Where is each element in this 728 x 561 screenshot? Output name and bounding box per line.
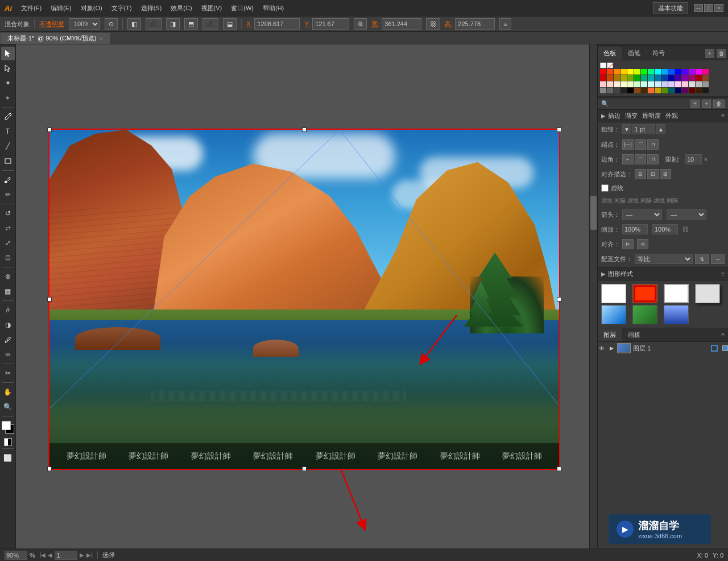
opacity-select[interactable]: 100% (69, 18, 100, 30)
scroll-thumb[interactable] (590, 196, 597, 230)
dash-checkbox[interactable] (601, 184, 609, 192)
menu-view[interactable]: 视图(V) (198, 3, 226, 14)
align-left-btn[interactable]: ◧ (127, 18, 141, 30)
swatch-violet[interactable] (689, 69, 695, 75)
corner-round-btn[interactable]: ⌒ (635, 154, 646, 164)
swatch-lt-amber[interactable] (614, 81, 620, 87)
graph-btn[interactable]: ▦ (1, 284, 15, 298)
swatch-lime[interactable] (634, 69, 640, 75)
layer-target-btn[interactable] (711, 345, 718, 352)
symbol-btn[interactable]: ⊕ (1, 270, 15, 283)
menu-file[interactable]: 文件(F) (18, 3, 45, 14)
shape-style-6[interactable] (632, 305, 657, 324)
swatch-forest[interactable] (661, 88, 668, 93)
handle-mr[interactable] (557, 297, 561, 302)
page-prev-btn[interactable]: ◀ (48, 552, 52, 558)
close-btn[interactable]: × (714, 4, 723, 12)
swatch-dark-blue[interactable] (661, 75, 668, 81)
swatch-spring[interactable] (648, 69, 654, 75)
eyedropper-btn[interactable] (1, 333, 15, 346)
swatch-umber[interactable] (696, 88, 702, 93)
swatch-lt-violet[interactable] (668, 81, 675, 87)
direct-selection-btn[interactable] (1, 61, 15, 75)
swatch-teal-green[interactable] (641, 75, 647, 81)
foreground-color[interactable] (2, 421, 11, 430)
handle-bc[interactable] (302, 467, 307, 471)
align-top-btn[interactable]: ⬒ (184, 18, 198, 30)
swatch-cyan[interactable] (655, 69, 661, 75)
align-center-v-btn[interactable]: ⬛ (202, 18, 218, 30)
layer-eye-1[interactable]: 👁 (598, 344, 606, 352)
zoom-input[interactable] (5, 551, 27, 560)
swatch-amber[interactable] (621, 69, 627, 75)
type-btn[interactable]: T (1, 125, 15, 138)
swatch-lt-pink[interactable] (682, 81, 688, 87)
swatch-orange-red[interactable] (607, 69, 613, 75)
swatch-lt-blue[interactable] (661, 81, 668, 87)
units-btn[interactable]: 毫 (354, 18, 367, 30)
panel-options-btn[interactable]: ≡ (690, 100, 700, 108)
shape-style-4[interactable] (695, 284, 720, 303)
align-outside-stroke-btn[interactable]: ⊞ (660, 169, 671, 179)
swatch-brown-orange[interactable] (607, 75, 613, 81)
corner-bevel-btn[interactable]: ⊓ (647, 154, 659, 164)
opacity-btn[interactable]: ⊙ (105, 18, 118, 30)
arrow-start-select[interactable]: — (622, 209, 662, 220)
pencil-btn[interactable]: ✏ (1, 188, 15, 201)
panel-trash-btn[interactable]: 🗑 (713, 100, 725, 108)
swatch-pure-blue[interactable] (675, 69, 681, 75)
swatch-yellow[interactable] (627, 69, 634, 75)
swatch-off-black[interactable] (702, 88, 709, 93)
scroll-v[interactable] (589, 44, 597, 548)
page-first-btn[interactable]: |◀ (40, 552, 46, 558)
stroke-panel-tab1[interactable]: 描边 (608, 112, 621, 120)
swatch-magenta[interactable] (696, 69, 702, 75)
profile-btn-2[interactable]: ↔ (711, 254, 725, 264)
align-start-btn[interactable]: ⊳ (622, 239, 634, 249)
swatch-azure[interactable] (661, 69, 668, 75)
more-options-btn[interactable]: ≡ (499, 18, 511, 30)
minimize-btn[interactable]: — (694, 4, 703, 12)
shape-style-5[interactable] (601, 305, 626, 324)
align-right-btn[interactable]: ◨ (166, 18, 180, 30)
w-input[interactable] (382, 18, 421, 30)
profile-btn-1[interactable]: ⇅ (695, 254, 709, 264)
swatch-rose[interactable] (702, 69, 709, 75)
swatch-lt-azure[interactable] (655, 81, 661, 87)
handle-tr[interactable] (557, 127, 561, 132)
swatch-none[interactable] (607, 63, 613, 68)
swatch-lt-red[interactable] (600, 81, 606, 87)
swatch-lt-lime[interactable] (627, 81, 634, 87)
scissors-btn[interactable]: ✂ (1, 366, 15, 380)
swatch-gray[interactable] (696, 81, 702, 87)
scale-v1-input[interactable] (622, 224, 648, 234)
swatch-near-black[interactable] (621, 88, 627, 93)
cap-square-btn[interactable]: ⊓ (647, 139, 659, 150)
swatch-lt-gray[interactable] (689, 81, 695, 87)
menu-text[interactable]: 文字(T) (108, 3, 135, 14)
stroke-panel-tab4[interactable]: 外观 (665, 112, 678, 120)
swatch-lt-yellow[interactable] (621, 81, 627, 87)
layer-expand-btn[interactable]: ▶ (608, 345, 615, 352)
none-color-btn[interactable] (4, 438, 12, 446)
panel-new-btn[interactable]: + (705, 49, 714, 58)
swatch-lt-spring[interactable] (641, 81, 647, 87)
swatch-lt-magenta[interactable] (675, 81, 681, 87)
align-bottom-btn[interactable]: ⬓ (223, 18, 237, 30)
handle-tl[interactable] (47, 127, 52, 132)
y-input[interactable] (312, 18, 349, 30)
align-end-btn[interactable]: ⊲ (637, 239, 648, 249)
swatch-dark-cyan[interactable] (655, 75, 661, 81)
swatch-dark-maroon[interactable] (689, 88, 695, 93)
swatch-orange[interactable] (614, 69, 620, 75)
restore-btn[interactable]: □ (704, 4, 713, 12)
swatch-dark-navy[interactable] (675, 88, 681, 93)
hand-btn[interactable]: ✋ (1, 385, 15, 399)
panel-add-btn[interactable]: + (702, 100, 711, 108)
swatch-dark-gold[interactable] (655, 88, 661, 93)
tab-artboard[interactable]: 画板 (622, 328, 647, 341)
rotate-btn[interactable]: ↺ (1, 207, 15, 220)
swatch-dark-purple[interactable] (682, 88, 688, 93)
zoom-btn[interactable]: 🔍 (1, 400, 15, 414)
shape-style-2[interactable] (632, 284, 657, 303)
